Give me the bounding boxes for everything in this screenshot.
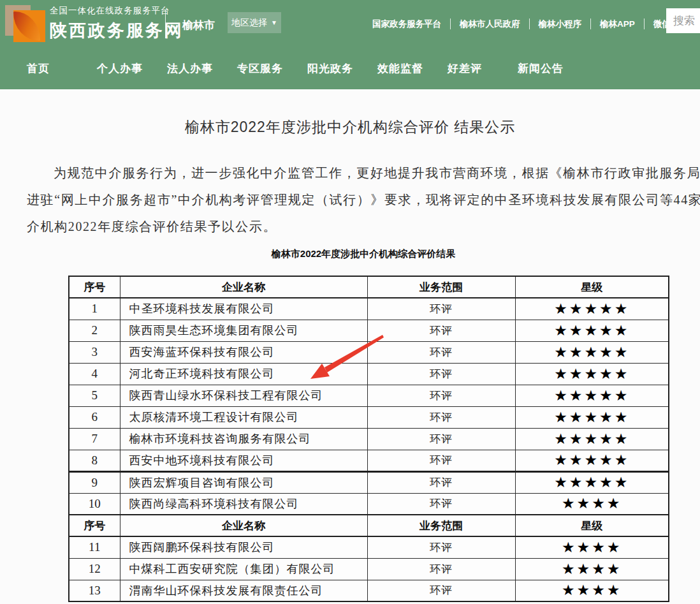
company-name-cell: 陕西青山绿水环保科技工程有限公司 [120, 385, 367, 406]
company-name-cell: 太原核清环境工程设计有限公司 [120, 406, 367, 428]
table-row: 8西安中地环境科技有限公司环评★★★★★ [69, 450, 669, 471]
company-name-cell: 河北奇正环境科技有限公司 [120, 363, 367, 385]
row-number-cell: 1 [69, 298, 120, 320]
row-number-cell: 8 [69, 450, 120, 471]
nav-item-7[interactable]: 新闻公告 [518, 61, 588, 76]
paragraph-line-1: 为规范中介服务行为，进一步强化中介监管工作，更好地提升我市营商环境，根据《榆林市… [27, 165, 700, 182]
table-row: 1中圣环境科技发展有限公司环评★★★★★ [69, 298, 669, 320]
star-rating-cell: ★★★★★ [515, 385, 669, 406]
row-number-cell: 7 [69, 428, 120, 450]
company-name-cell: 渭南华山环保科技发展有限责任公司 [120, 580, 367, 601]
search-input[interactable] [666, 8, 700, 33]
table-row: 2陕西雨昊生态环境集团有限公司环评★★★★★ [69, 320, 669, 341]
row-number-cell: 5 [69, 385, 120, 406]
quick-link-0[interactable]: 国家政务服务平台 [363, 18, 451, 29]
row-number-cell: 2 [69, 320, 120, 341]
table-row: 4河北奇正环境科技有限公司环评★★★★★ [69, 363, 669, 385]
table-header-row: 序号企业名称业务范围星级 [69, 515, 669, 536]
table-caption: 榆林市2022年度涉批中介机构综合评价结果 [0, 248, 700, 260]
star-rating-cell: ★★★★★ [515, 298, 669, 320]
row-number-cell: 13 [69, 580, 120, 601]
company-name-cell: 中圣环境科技发展有限公司 [120, 298, 367, 320]
company-name-cell: 陕西尚绿高科环境科技有限公司 [120, 493, 367, 515]
quick-link-1[interactable]: 榆林市人民政府 [451, 18, 530, 29]
table-row: 7榆林市环境科技咨询服务有限公司环评★★★★★ [69, 428, 669, 450]
evaluation-table-body: 序号企业名称业务范围星级1中圣环境科技发展有限公司环评★★★★★2陕西雨昊生态环… [69, 276, 669, 601]
nav-item-2[interactable]: 法人办事 [167, 61, 237, 76]
row-number-cell: 4 [69, 363, 120, 385]
column-header: 企业名称 [120, 515, 367, 536]
company-name-cell: 陕西宏辉项目咨询有限公司 [120, 471, 367, 493]
star-rating-cell: ★★★★★ [515, 471, 669, 493]
brand-block: 全国一体化在线政务服务平台 陕西政务服务网 [50, 5, 184, 42]
table-row: 11陕西阔鹏环保科技有限公司环评★★★★ [69, 536, 669, 558]
company-name-cell: 西安海蓝环保科技有限公司 [120, 341, 367, 363]
table-row: 6太原核清环境工程设计有限公司环评★★★★★ [69, 406, 669, 428]
column-header: 序号 [69, 276, 120, 298]
table-row: 13渭南华山环保科技发展有限责任公司环评★★★★ [69, 580, 669, 601]
business-scope-cell: 环评 [367, 558, 515, 580]
row-number-cell: 12 [69, 558, 120, 580]
star-rating-cell: ★★★★ [515, 536, 669, 558]
table-header-row: 序号企业名称业务范围星级 [69, 276, 669, 298]
star-rating-cell: ★★★★★ [515, 363, 669, 385]
quick-link-3[interactable]: 榆林APP [591, 18, 645, 29]
main-nav: 首页个人办事法人办事专区服务阳光政务效能监督好差评新闻公告 [0, 48, 700, 89]
document-area: 榆林市2022年度涉批中介机构综合评价 结果公示 为规范中介服务行为，进一步强化… [0, 89, 700, 604]
paragraph-line-3: 介机构2022年度综合评价结果予以公示。 [27, 218, 277, 235]
company-name-cell: 陕西阔鹏环保科技有限公司 [120, 536, 367, 558]
table-row: 3西安海蓝环保科技有限公司环评★★★★★ [69, 341, 669, 363]
row-number-cell: 9 [69, 471, 120, 493]
nav-item-3[interactable]: 专区服务 [237, 61, 307, 76]
nav-item-1[interactable]: 个人办事 [97, 61, 167, 76]
table-row: 9陕西宏辉项目咨询有限公司环评★★★★★ [69, 471, 669, 493]
star-rating-cell: ★★★★ [515, 558, 669, 580]
business-scope-cell: 环评 [367, 536, 515, 558]
quick-links: 国家政务服务平台榆林市人民政府榆林小程序榆林APP微信公众号 [363, 0, 700, 48]
company-name-cell: 榆林市环境科技咨询服务有限公司 [120, 428, 367, 450]
business-scope-cell: 环评 [367, 450, 515, 471]
row-number-cell: 10 [69, 493, 120, 515]
star-rating-cell: ★★★★ [515, 493, 669, 515]
paragraph-line-2: 进驻“网上中介服务超市”中介机构考评管理规定（试行）》要求，现将评定的中圣环境科… [27, 191, 700, 209]
business-scope-cell: 环评 [367, 320, 515, 341]
business-scope-cell: 环评 [367, 580, 515, 601]
star-rating-cell: ★★★★★ [515, 320, 669, 341]
table-row: 5陕西青山绿水环保科技工程有限公司环评★★★★★ [69, 385, 669, 406]
platform-label: 全国一体化在线政务服务平台 [50, 5, 184, 17]
business-scope-cell: 环评 [367, 493, 515, 515]
site-name: 陕西政务服务网 [50, 19, 184, 42]
column-header: 企业名称 [120, 276, 367, 298]
company-name-cell: 中煤科工西安研究院（集团）有限公司 [120, 558, 367, 580]
table-row: 12中煤科工西安研究院（集团）有限公司环评★★★★ [69, 558, 669, 580]
business-scope-cell: 环评 [367, 428, 515, 450]
company-name-cell: 西安中地环境科技有限公司 [120, 450, 367, 471]
column-header: 业务范围 [367, 276, 515, 298]
business-scope-cell: 环评 [367, 385, 515, 406]
column-header: 星级 [515, 276, 669, 298]
nav-item-0[interactable]: 首页 [27, 61, 97, 76]
current-city-label: 榆林市 [182, 18, 215, 33]
star-rating-cell: ★★★★ [515, 580, 669, 601]
business-scope-cell: 环评 [367, 471, 515, 493]
chevron-down-icon: ▼ [271, 19, 277, 26]
column-header: 序号 [69, 515, 120, 536]
column-header: 星级 [515, 515, 669, 536]
page-title: 榆林市2022年度涉批中介机构综合评价 结果公示 [0, 117, 700, 137]
nav-item-6[interactable]: 好差评 [448, 61, 518, 76]
star-rating-cell: ★★★★★ [515, 428, 669, 450]
star-rating-cell: ★★★★★ [515, 406, 669, 428]
business-scope-cell: 环评 [367, 363, 515, 385]
quick-link-2[interactable]: 榆林小程序 [530, 18, 592, 29]
business-scope-cell: 环评 [367, 406, 515, 428]
site-header: 全国一体化在线政务服务平台 陕西政务服务网 榆林市 地区选择 ▼ 国家政务服务平… [0, 0, 700, 89]
nav-item-4[interactable]: 阳光政务 [307, 61, 377, 76]
header-divider [165, 10, 166, 38]
row-number-cell: 3 [69, 341, 120, 363]
business-scope-cell: 环评 [367, 298, 515, 320]
nav-item-5[interactable]: 效能监督 [377, 61, 448, 76]
column-header: 业务范围 [367, 515, 515, 536]
evaluation-table: 序号企业名称业务范围星级1中圣环境科技发展有限公司环评★★★★★2陕西雨昊生态环… [68, 276, 669, 602]
region-select-button[interactable]: 地区选择 ▼ [228, 12, 281, 33]
star-rating-cell: ★★★★★ [515, 341, 669, 363]
